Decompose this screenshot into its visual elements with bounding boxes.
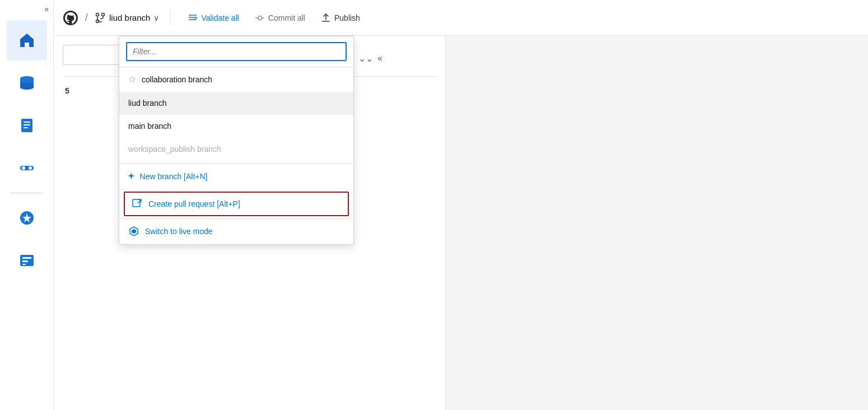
branch-dropdown: ☆ collaboration branch liud branch main … bbox=[119, 36, 354, 245]
item-count: 5 bbox=[65, 86, 69, 95]
branch-selector[interactable]: liud branch ∨ bbox=[95, 12, 159, 24]
tools-icon bbox=[18, 251, 36, 269]
new-branch-label: New branch [Alt+N] bbox=[140, 172, 208, 181]
branch-item-label: liud branch bbox=[128, 99, 167, 108]
svg-rect-4 bbox=[24, 127, 28, 128]
main-content: / liud branch ∨ Validate all bbox=[54, 0, 868, 410]
sidebar: » bbox=[0, 0, 54, 410]
svg-rect-20 bbox=[133, 199, 140, 207]
sidebar-item-monitor[interactable] bbox=[7, 198, 47, 238]
branch-filter-input[interactable] bbox=[126, 42, 347, 61]
right-panel bbox=[446, 36, 868, 410]
sidebar-collapse[interactable]: » bbox=[0, 4, 53, 13]
switch-live-label: Switch to live mode bbox=[145, 227, 213, 236]
branch-item-collaboration[interactable]: ☆ collaboration branch bbox=[119, 67, 353, 92]
star-icon: ☆ bbox=[128, 74, 136, 85]
validate-all-button[interactable]: Validate all bbox=[182, 10, 244, 26]
home-icon bbox=[18, 31, 36, 49]
live-mode-icon bbox=[128, 226, 139, 237]
branch-dropdown-chevron: ∨ bbox=[153, 13, 159, 22]
svg-marker-22 bbox=[132, 229, 136, 234]
svg-point-6 bbox=[22, 166, 25, 170]
publish-icon bbox=[321, 13, 331, 23]
commit-all-button[interactable]: Commit all bbox=[249, 10, 311, 26]
create-pr-button[interactable]: Create pull request [Alt+P] bbox=[124, 192, 349, 216]
branch-item-label: workspace_publish branch bbox=[128, 145, 221, 153]
create-pr-label: Create pull request [Alt+P] bbox=[148, 199, 240, 208]
sidebar-item-documents[interactable] bbox=[7, 105, 47, 146]
svg-rect-2 bbox=[24, 122, 30, 123]
sidebar-item-home[interactable] bbox=[7, 20, 47, 60]
switch-live-button[interactable]: Switch to live mode bbox=[119, 218, 353, 244]
branch-item-label: main branch bbox=[128, 122, 171, 131]
path-separator: / bbox=[85, 12, 88, 24]
pr-icon bbox=[132, 198, 143, 209]
branch-item-liud[interactable]: liud branch bbox=[119, 92, 353, 115]
branch-item-workspace-publish: workspace_publish branch bbox=[119, 138, 353, 161]
documents-icon bbox=[18, 117, 36, 134]
expand-icon[interactable]: ⌄⌄ bbox=[358, 53, 373, 64]
svg-point-7 bbox=[29, 166, 32, 170]
github-icon bbox=[63, 10, 78, 26]
branch-item-label: collaboration branch bbox=[142, 75, 212, 84]
validate-all-label: Validate all bbox=[201, 13, 239, 22]
branch-icon bbox=[95, 12, 106, 24]
sidebar-item-tools[interactable] bbox=[7, 240, 47, 281]
monitor-icon bbox=[18, 209, 36, 227]
sidebar-item-database[interactable] bbox=[7, 63, 47, 103]
topbar-divider-1 bbox=[170, 10, 171, 26]
validate-icon bbox=[188, 13, 198, 23]
svg-rect-3 bbox=[24, 124, 30, 125]
publish-label: Publish bbox=[334, 13, 360, 22]
branch-name-label: liud branch bbox=[109, 13, 150, 22]
database-icon bbox=[18, 74, 36, 92]
svg-rect-12 bbox=[22, 264, 26, 265]
branch-item-main[interactable]: main branch bbox=[119, 115, 353, 138]
publish-button[interactable]: Publish bbox=[315, 10, 366, 26]
sidebar-divider bbox=[11, 193, 43, 193]
svg-point-15 bbox=[102, 13, 105, 16]
new-branch-button[interactable]: + New branch [Alt+N] bbox=[119, 163, 353, 189]
commit-all-label: Commit all bbox=[268, 13, 305, 22]
collapse-icon[interactable]: « bbox=[377, 53, 382, 63]
svg-rect-10 bbox=[22, 257, 31, 259]
sidebar-item-pipeline[interactable] bbox=[7, 148, 47, 188]
commit-icon bbox=[255, 13, 265, 23]
svg-rect-11 bbox=[22, 260, 28, 262]
topbar: / liud branch ∨ Validate all bbox=[54, 0, 868, 36]
svg-point-14 bbox=[96, 13, 99, 16]
pipeline-icon bbox=[18, 159, 36, 177]
chevron-right-icon: » bbox=[44, 4, 49, 13]
plus-icon: + bbox=[128, 170, 134, 182]
svg-point-17 bbox=[258, 16, 262, 20]
dropdown-filter-wrap bbox=[119, 36, 353, 67]
